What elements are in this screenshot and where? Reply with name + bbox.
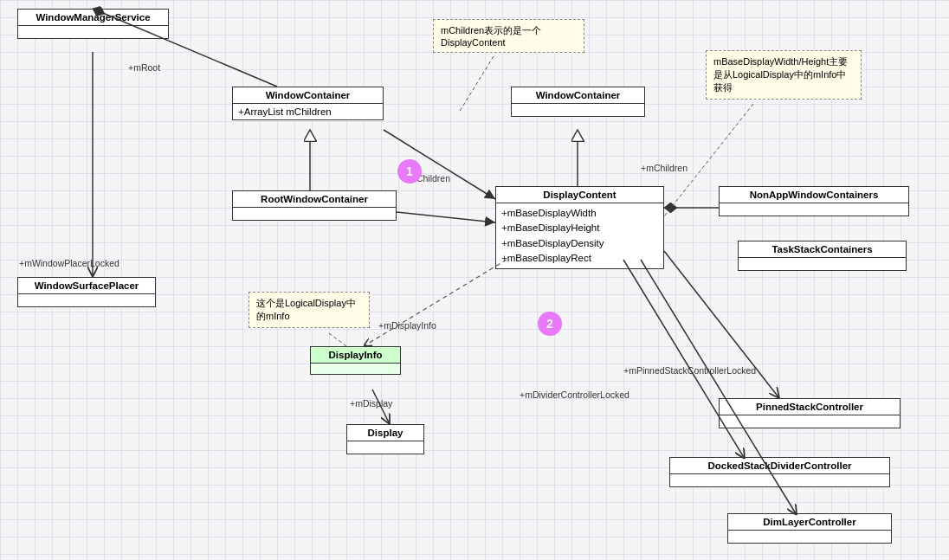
- note-logical-display-text: 这个是LogicalDisplay中的mInfo: [256, 298, 356, 321]
- dc-field-2: +mBaseDisplayHeight: [501, 221, 658, 235]
- svg-line-13: [329, 333, 346, 346]
- box-tsc-body: [739, 258, 906, 270]
- dc-field-3: +mBaseDisplayDensity: [501, 236, 658, 251]
- diagram-container: WindowManagerService WindowSurfacePlacer…: [0, 0, 949, 560]
- box-tsc-header: TaskStackContainers: [739, 241, 906, 258]
- label-mdisplay: +mDisplay: [350, 398, 392, 409]
- circle-badge-1: 1: [397, 159, 422, 183]
- box-docked-stack-divider-controller: DockedStackDividerController: [669, 457, 890, 487]
- box-di-body: [311, 364, 400, 374]
- label-mdivider: +mDividerControllerLocked: [520, 389, 629, 400]
- svg-line-9: [623, 260, 745, 459]
- box-display-content: DisplayContent +mBaseDisplayWidth +mBase…: [495, 186, 664, 269]
- box-rwc-header: RootWindowContainer: [233, 191, 396, 208]
- box-root-window-container: RootWindowContainer: [232, 190, 397, 221]
- box-dlc-header: DimLayerController: [728, 514, 891, 531]
- label-mroot: +mRoot: [128, 62, 160, 73]
- svg-line-3: [397, 212, 495, 222]
- box-window-container-1: WindowContainer +ArrayList mChildren: [232, 87, 384, 120]
- box-dc-header: DisplayContent: [496, 187, 663, 203]
- box-d-body: [347, 441, 423, 454]
- box-dlc-body: [728, 531, 891, 543]
- box-di-header: DisplayInfo: [311, 347, 400, 364]
- box-pinned-stack-controller: PinnedStackController: [719, 398, 901, 428]
- dc-field-1: +mBaseDisplayWidth: [501, 206, 658, 221]
- box-wms-header: WindowManagerService: [18, 10, 168, 26]
- note-mchildren: mChildren表示的是一个DisplayContent: [433, 19, 584, 53]
- box-psc-body: [720, 415, 900, 428]
- note-mbase-display-text: mBaseDisplayWidth/Height主要是从LogicalDispl…: [713, 56, 848, 93]
- svg-line-11: [459, 56, 494, 113]
- label-mdisplay-info: +mDisplayInfo: [378, 320, 436, 331]
- box-wsp-header: WindowSurfacePlacer: [18, 278, 155, 294]
- box-display-info: DisplayInfo: [310, 346, 401, 375]
- box-window-surface-placer: WindowSurfacePlacer: [17, 277, 156, 307]
- box-rwc-body: [233, 208, 396, 220]
- box-dsdc-header: DockedStackDividerController: [670, 458, 889, 474]
- box-display: Display: [346, 424, 424, 454]
- svg-line-8: [664, 251, 779, 398]
- label-mwindow-placer-locked: +mWindowPlacerLocked: [19, 258, 119, 268]
- label-mpinned-stack: +mPinnedStackControllerLocked: [623, 365, 756, 376]
- note-logical-display: 这个是LogicalDisplay中的mInfo: [249, 292, 370, 328]
- box-window-manager-service: WindowManagerService: [17, 9, 169, 39]
- box-wc2-body: [512, 104, 644, 116]
- box-wms-body: [18, 26, 168, 38]
- box-wc1-header: WindowContainer: [233, 87, 383, 104]
- note-mbase-display: mBaseDisplayWidth/Height主要是从LogicalDispl…: [706, 50, 862, 100]
- box-nawc-body: [720, 203, 908, 216]
- box-d-header: Display: [347, 425, 423, 441]
- box-nawc-header: NonAppWindowContainers: [720, 187, 908, 203]
- box-non-app-window-containers: NonAppWindowContainers: [719, 186, 909, 216]
- box-dsdc-body: [670, 474, 889, 486]
- dc-field-4: +mBaseDisplayRect: [501, 251, 658, 266]
- box-dim-layer-controller: DimLayerController: [727, 513, 892, 544]
- label-mchildren2: +mChildren: [641, 163, 688, 173]
- box-dc-body: +mBaseDisplayWidth +mBaseDisplayHeight +…: [496, 203, 663, 268]
- box-psc-header: PinnedStackController: [720, 399, 900, 415]
- box-task-stack-containers: TaskStackContainers: [738, 241, 907, 271]
- box-wc2-header: WindowContainer: [512, 87, 644, 104]
- note-mchildren-text: mChildren表示的是一个DisplayContent: [441, 25, 541, 48]
- box-wc1-body: +ArrayList mChildren: [233, 104, 383, 119]
- box-wsp-body: [18, 294, 155, 306]
- circle-badge-2: 2: [538, 312, 562, 336]
- box-window-container-2: WindowContainer: [511, 87, 645, 117]
- svg-line-6: [364, 260, 507, 346]
